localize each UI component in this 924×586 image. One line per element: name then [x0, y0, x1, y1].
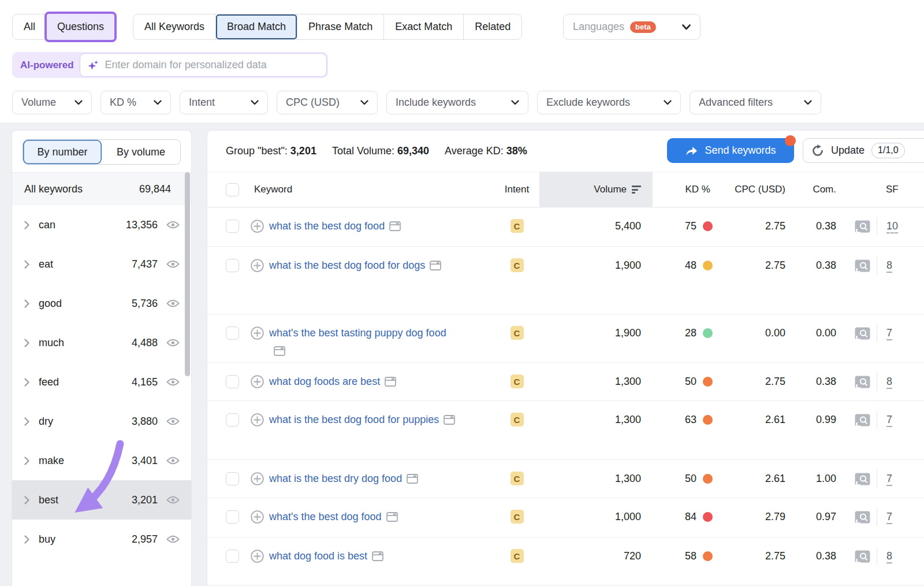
row-checkbox[interactable] — [226, 327, 239, 340]
add-keyword-icon[interactable] — [251, 550, 264, 565]
tab-all-keywords[interactable]: All Keywords — [133, 14, 215, 39]
serp-features-icon — [407, 474, 418, 484]
serp-preview-icon[interactable] — [855, 220, 870, 236]
cpc-value: 2.75 — [722, 257, 797, 275]
keyword-link[interactable]: what's the best tasting puppy dog food — [269, 327, 446, 339]
row-checkbox[interactable] — [226, 550, 239, 563]
toggle-by-number[interactable]: By number — [23, 140, 102, 164]
filter-cpc[interactable]: CPC (USD) — [277, 91, 378, 114]
keyword-link[interactable]: what is the best dry dog food — [269, 473, 402, 484]
eye-icon[interactable] — [166, 338, 180, 347]
keyword-link[interactable]: what is the best dog food — [269, 220, 385, 232]
filter-exclude-keywords[interactable]: Exclude keywords — [537, 91, 681, 114]
tab-phrase-match[interactable]: Phrase Match — [297, 14, 383, 39]
chevron-down-icon — [511, 100, 519, 105]
col-volume-label: Volume — [594, 184, 627, 195]
group-item-dry[interactable]: dry 3,880 — [12, 402, 191, 441]
keyword-link[interactable]: what dog food is best — [269, 550, 367, 562]
serp-preview-icon[interactable] — [855, 511, 870, 526]
chevron-down-icon — [360, 100, 368, 105]
send-keywords-button[interactable]: Send keywords — [667, 138, 794, 163]
serp-preview-icon[interactable] — [855, 550, 870, 566]
add-keyword-icon[interactable] — [251, 510, 264, 526]
serp-preview-icon[interactable] — [855, 414, 870, 429]
domain-input[interactable] — [105, 59, 319, 71]
filter-kd[interactable]: KD % — [100, 91, 171, 114]
toggle-by-volume[interactable]: By volume — [102, 140, 180, 164]
add-keyword-icon[interactable] — [251, 472, 264, 488]
domain-input-wrap — [80, 53, 327, 77]
com-value: 0.38 — [797, 547, 848, 565]
add-keyword-icon[interactable] — [251, 327, 264, 360]
add-keyword-icon[interactable] — [251, 413, 264, 429]
row-checkbox[interactable] — [226, 472, 239, 485]
table-row: what is the best dog food for dogs C 1,9… — [207, 247, 924, 314]
tab-exact-match[interactable]: Exact Match — [384, 14, 463, 39]
serp-preview-icon[interactable] — [855, 473, 870, 488]
serp-features-icon — [430, 261, 441, 270]
volume-value: 1,900 — [539, 257, 653, 275]
all-keywords-count: 69,844 — [139, 183, 171, 195]
update-button[interactable]: Update 1/1,0 — [803, 138, 924, 163]
filter-intent[interactable]: Intent — [180, 91, 268, 114]
row-checkbox[interactable] — [226, 413, 239, 426]
eye-icon[interactable] — [166, 259, 180, 269]
all-keywords-row[interactable]: All keywords 69,844 — [12, 172, 191, 205]
filter-intent-label: Intent — [189, 97, 215, 109]
group-label: buy — [39, 533, 55, 546]
row-checkbox[interactable] — [226, 220, 239, 233]
eye-icon[interactable] — [166, 495, 180, 505]
sf-value: 10 — [886, 220, 898, 233]
group-item-best[interactable]: best 3,201 — [12, 480, 191, 520]
filter-include-keywords[interactable]: Include keywords — [386, 91, 528, 114]
add-keyword-icon[interactable] — [251, 375, 264, 391]
kd-value: 63 — [685, 411, 696, 429]
keyword-link[interactable]: what is the best dog food for dogs — [269, 259, 425, 271]
tab-questions[interactable]: Questions — [44, 12, 117, 42]
eye-icon[interactable] — [166, 535, 180, 544]
group-item-much[interactable]: much 4,488 — [12, 323, 191, 362]
eye-icon[interactable] — [166, 299, 180, 308]
group-count: 5,736 — [132, 298, 158, 310]
col-intent: Intent — [494, 172, 539, 207]
kd-value: 58 — [685, 547, 696, 565]
row-checkbox[interactable] — [226, 375, 239, 388]
chevron-down-icon — [154, 100, 162, 105]
avg-kd-summary: Average KD: 38% — [445, 145, 527, 157]
select-all-checkbox[interactable] — [226, 183, 239, 196]
row-checkbox[interactable] — [226, 259, 239, 272]
group-item-can[interactable]: can 13,356 — [12, 205, 191, 244]
refresh-icon — [811, 144, 824, 157]
keyword-link[interactable]: what dog foods are best — [269, 376, 380, 387]
languages-label: Languages — [573, 21, 624, 33]
languages-dropdown[interactable]: Languages beta — [563, 14, 701, 40]
serp-preview-icon[interactable] — [855, 327, 870, 343]
group-item-buy[interactable]: buy 2,957 — [12, 520, 191, 559]
group-item-feed[interactable]: feed 4,165 — [12, 362, 191, 402]
eye-icon[interactable] — [166, 417, 180, 426]
group-item-eat[interactable]: eat 7,437 — [12, 244, 191, 284]
group-label: dry — [39, 416, 53, 428]
eye-icon[interactable] — [166, 220, 180, 229]
keyword-link[interactable]: what's the best dog food — [269, 511, 382, 522]
add-keyword-icon[interactable] — [251, 220, 264, 235]
filter-volume[interactable]: Volume — [12, 91, 92, 114]
group-label: can — [39, 219, 55, 231]
group-label: make — [39, 455, 64, 467]
filter-advanced[interactable]: Advanced filters — [690, 91, 821, 114]
serp-preview-icon[interactable] — [855, 376, 870, 391]
group-item-good[interactable]: good 5,736 — [12, 284, 191, 323]
keyword-link[interactable]: what is the best dog food for puppies — [269, 414, 439, 425]
eye-icon[interactable] — [166, 456, 180, 465]
group-item-make[interactable]: make 3,401 — [12, 441, 191, 480]
serp-preview-icon[interactable] — [855, 259, 870, 275]
col-volume[interactable]: Volume — [539, 172, 653, 207]
row-checkbox[interactable] — [226, 510, 239, 524]
scope-tab-group: All Questions — [12, 14, 116, 40]
tab-all[interactable]: All — [13, 14, 46, 39]
tab-broad-match[interactable]: Broad Match — [216, 14, 297, 39]
add-keyword-icon[interactable] — [251, 259, 264, 275]
eye-icon[interactable] — [166, 377, 180, 387]
sidebar-scrollbar[interactable] — [185, 172, 190, 376]
tab-related[interactable]: Related — [464, 14, 521, 39]
